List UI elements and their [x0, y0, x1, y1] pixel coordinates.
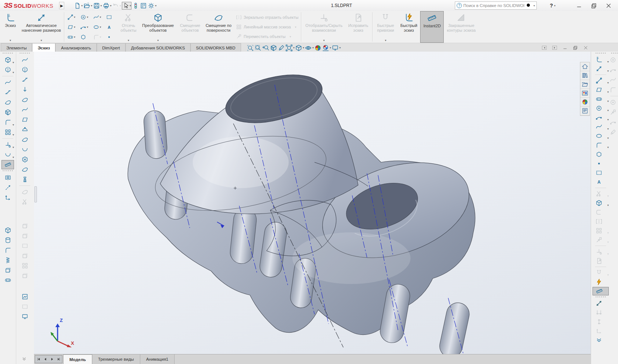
dropdown-caret[interactable]: ▾ — [87, 15, 88, 19]
first-tab-icon[interactable] — [35, 356, 42, 363]
corner-feature-icon[interactable] — [1, 246, 14, 255]
dropdown-caret[interactable]: ▾ — [13, 61, 14, 64]
reference-geometry-icon[interactable]: ▾ — [1, 140, 14, 149]
dropdown-caret[interactable]: ▾ — [607, 273, 609, 277]
offset-surface-icon[interactable] — [18, 135, 31, 144]
settings-gear-icon[interactable]: ▾ — [148, 2, 157, 9]
undo-icon[interactable]: ▾ — [112, 2, 121, 9]
thicken-icon[interactable] — [18, 187, 31, 197]
dropdown-caret[interactable]: ▾ — [607, 81, 609, 84]
tab-elements[interactable]: Элементы — [1, 43, 32, 52]
select-icon[interactable]: ▾ — [122, 2, 131, 10]
tab-sketch[interactable]: Эскиз — [32, 43, 55, 52]
spline-icon[interactable]: ▾ — [593, 122, 609, 131]
edit-appearance-icon[interactable] — [314, 44, 322, 52]
file-explorer-icon[interactable] — [580, 80, 590, 89]
block-tool-icon[interactable] — [18, 261, 31, 270]
convert-entities-button[interactable]: Преобразование объектов ▾ — [138, 11, 178, 43]
revolved-surface-icon[interactable] — [18, 65, 31, 74]
previous-view-icon[interactable] — [262, 44, 269, 52]
search-icon[interactable] — [526, 3, 532, 9]
quick-snaps-icon[interactable]: ▾ — [593, 268, 609, 277]
bottom-tab-animation[interactable]: Анимация1 — [140, 354, 175, 364]
view-palette-icon[interactable] — [580, 89, 590, 98]
rapid-sketch-button[interactable]: Быстрый эскиз — [397, 11, 420, 43]
dropdown-caret[interactable]: ▾ — [120, 4, 121, 7]
dropdown-caret[interactable]: ▾ — [157, 39, 159, 42]
appearances-scenes-icon[interactable] — [580, 98, 590, 107]
toolbar-grip[interactable] — [2, 52, 13, 55]
trim-surface-icon[interactable] — [18, 197, 31, 207]
close-window-icon[interactable] — [601, 0, 616, 11]
display-monitor-icon[interactable] — [18, 312, 31, 321]
arc-icon[interactable]: ▾ — [593, 113, 609, 122]
polygon-icon[interactable] — [79, 32, 92, 42]
move-entities-button[interactable]: Переместить объекты ▾ — [236, 34, 298, 39]
measure-tool-icon[interactable] — [1, 160, 14, 169]
dropdown-caret[interactable]: ▾ — [74, 25, 75, 29]
sketch-button[interactable]: Эскиз ▾ — [1, 11, 20, 43]
ordinate-dimension-icon[interactable] — [593, 327, 609, 335]
dropdown-caret[interactable]: ▾ — [339, 46, 341, 49]
dropdown-caret[interactable]: ▾ — [607, 90, 609, 94]
offset-entities-button[interactable]: Смещение объектов — [178, 11, 203, 43]
help-button[interactable]: ? ▾ — [546, 1, 559, 10]
search-input[interactable]: Поиск в Справке по SOLIDWORKS — [463, 3, 524, 8]
clipped-tool-icon[interactable] — [610, 118, 618, 127]
dropdown-caret[interactable]: ▾ — [607, 194, 609, 198]
view-settings-icon[interactable]: ▾ — [332, 44, 341, 52]
swept-surface-icon[interactable] — [18, 55, 31, 65]
hide-show-items-icon[interactable]: ▾ — [305, 44, 314, 52]
flex-icon[interactable] — [18, 145, 31, 154]
apply-scene-icon[interactable]: ▾ — [322, 44, 331, 52]
selection-rect-icon[interactable] — [105, 12, 118, 22]
clipped-tool-icon[interactable] — [610, 75, 618, 84]
display-relations-icon[interactable]: ▾ — [593, 247, 609, 256]
circle-icon[interactable]: ▾ — [593, 104, 609, 112]
dropdown-caret[interactable]: ▾ — [303, 46, 304, 49]
surface-offset-button[interactable]: Смещение по поверхности — [203, 11, 234, 43]
dropdown-caret[interactable]: ▾ — [155, 4, 157, 7]
minimize-document-icon[interactable] — [560, 44, 569, 52]
dropdown-caret[interactable]: ▾ — [607, 146, 609, 149]
more-tools-chevron-icon[interactable] — [593, 336, 609, 344]
fillet-icon[interactable]: ▾ — [593, 141, 609, 149]
dropdown-caret[interactable]: ▾ — [110, 4, 111, 7]
next-tab-icon[interactable] — [49, 356, 55, 363]
block-tool-icon[interactable] — [18, 221, 31, 230]
tab-evaluate[interactable]: Анализировать — [55, 43, 96, 52]
dropdown-caret[interactable]: ▾ — [100, 4, 102, 7]
pane-splitter-handle[interactable] — [34, 186, 37, 202]
line-icon[interactable]: ▾ — [593, 76, 609, 85]
point-icon[interactable] — [593, 159, 609, 168]
section-view-icon[interactable] — [270, 44, 277, 52]
smart-dimension-icon[interactable] — [593, 299, 609, 308]
arc-icon[interactable]: ▾ — [79, 22, 92, 32]
curves-icon[interactable]: ▾ — [1, 150, 14, 159]
helix-icon[interactable] — [1, 256, 14, 265]
swept-boss-icon[interactable] — [1, 78, 14, 87]
fillet-feature-icon[interactable]: ▾ — [1, 118, 14, 127]
show-relations-button[interactable]: Отобразить/Скрыть взаимосвязи ▾ — [302, 11, 345, 43]
tab-dimxpert[interactable]: DimXpert — [97, 43, 126, 52]
point-icon[interactable] — [105, 32, 118, 42]
dropdown-caret[interactable]: ▾ — [607, 69, 609, 73]
coordinate-system-icon[interactable] — [1, 193, 14, 202]
dropdown-caret[interactable]: ▾ — [607, 136, 609, 140]
sketch-picture-icon[interactable] — [18, 292, 31, 301]
quick-snaps-button[interactable]: Быстрые привязки ▾ — [374, 11, 397, 43]
clipped-tool-icon[interactable] — [610, 108, 618, 117]
dropdown-caret[interactable]: ▾ — [87, 25, 88, 29]
block-tool-icon[interactable] — [18, 251, 31, 260]
options-list-icon[interactable] — [140, 2, 147, 9]
dropdown-caret[interactable]: ▾ — [13, 71, 14, 74]
bottom-tab-3dviews[interactable]: Трехмерные виды — [92, 354, 140, 364]
fillet-icon[interactable]: ▾ — [92, 32, 105, 42]
graphics-viewport[interactable]: Z X — [34, 52, 591, 354]
convert-entities-icon[interactable]: ▾ — [593, 199, 609, 207]
repair-sketch-button[interactable]: Исправить эскиз — [345, 11, 371, 43]
dropdown-caret[interactable]: ▾ — [74, 35, 75, 39]
dropdown-caret[interactable]: ▾ — [100, 25, 101, 29]
clipped-tool-icon[interactable] — [610, 85, 618, 94]
freeform-surface-icon[interactable] — [18, 105, 31, 114]
